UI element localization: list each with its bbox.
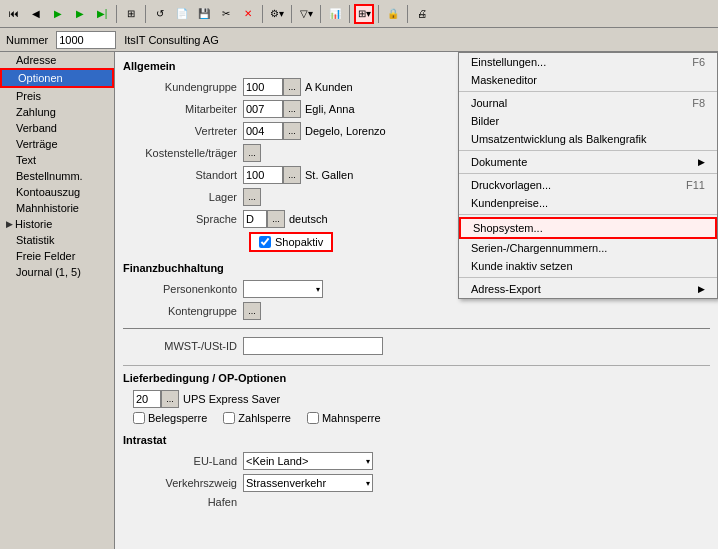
menu-sep2 — [459, 150, 717, 151]
menu-druckvorlagen-label: Druckvorlagen... — [471, 179, 551, 191]
sidebar-item-zahlung[interactable]: Zahlung — [0, 104, 114, 120]
menu-umsatz-label: Umsatzentwicklung als Balkengrafik — [471, 133, 646, 145]
chart-icon-btn[interactable]: 📊 — [325, 4, 345, 24]
refresh-btn[interactable]: ↺ — [150, 4, 170, 24]
sidebar-item-optionen[interactable]: Optionen — [0, 68, 114, 88]
kostenstelle-dots-btn[interactable]: ... — [243, 144, 261, 162]
new-btn[interactable]: 📄 — [172, 4, 192, 24]
zahlsperre-checkbox[interactable] — [223, 412, 235, 424]
sidebar-item-verband[interactable]: Verband — [0, 120, 114, 136]
delete-btn[interactable]: ✕ — [238, 4, 258, 24]
sidebar-item-kontoauszug[interactable]: Kontoauszug — [0, 184, 114, 200]
lock-btn[interactable]: 🔒 — [383, 4, 403, 24]
toolbar: ⏮ ◀ ▶ ▶ ▶| ⊞ ↺ 📄 💾 ✂ ✕ ⚙▾ ▽▾ 📊 ⊞▾ 🔒 🖨 — [0, 0, 718, 28]
nav-play-btn[interactable]: ▶| — [92, 4, 112, 24]
menu-druckvorlagen[interactable]: Druckvorlagen... F11 — [459, 176, 717, 194]
nav-forward-btn[interactable]: ▶ — [48, 4, 68, 24]
belegsperre-text: Belegsperre — [148, 412, 207, 424]
eu-land-dropdown[interactable]: <Kein Land> ▾ — [243, 452, 373, 470]
mwst-input[interactable] — [243, 337, 383, 355]
sidebar-item-historie[interactable]: ▶ Historie — [0, 216, 114, 232]
sidebar-item-adresse[interactable]: Adresse — [0, 52, 114, 68]
menu-journal[interactable]: Journal F8 — [459, 94, 717, 112]
tools-btn[interactable]: ⚙▾ — [267, 4, 287, 24]
sprache-dots-btn[interactable]: ... — [267, 210, 285, 228]
lieferbedingung-title: Lieferbedingung / OP-Optionen — [123, 372, 710, 384]
vertreter-input[interactable] — [243, 122, 283, 140]
standort-label: Standort — [123, 169, 243, 181]
hafen-label: Hafen — [123, 496, 243, 508]
menu-sep4 — [459, 214, 717, 215]
eu-land-arrow-icon: ▾ — [366, 457, 370, 466]
sidebar-item-bestellnummern[interactable]: Bestellnumm. — [0, 168, 114, 184]
menu-kunde-inaktiv[interactable]: Kunde inaktiv setzen — [459, 257, 717, 275]
vertreter-dots-btn[interactable]: ... — [283, 122, 301, 140]
nav-start-btn[interactable]: ⏮ — [4, 4, 24, 24]
main-area: Adresse Optionen Preis Zahlung Verband V… — [0, 52, 718, 549]
nummer-input[interactable] — [56, 31, 116, 49]
checks-row: Belegsperre Zahlsperre Mahnsperre — [133, 412, 710, 424]
lieferbedingung-code-input[interactable] — [133, 390, 161, 408]
sidebar-item-vertraege[interactable]: Verträge — [0, 136, 114, 152]
lieferbedingung-dots-btn[interactable]: ... — [161, 390, 179, 408]
kundengruppe-dots-btn[interactable]: ... — [283, 78, 301, 96]
nav-end-btn[interactable]: ▶ — [70, 4, 90, 24]
sep8 — [407, 5, 408, 23]
belegsperre-checkbox[interactable] — [133, 412, 145, 424]
kontengruppe-label: Kontengruppe — [123, 305, 243, 317]
eu-land-label: EU-Land — [123, 455, 243, 467]
sidebar-item-journal[interactable]: Journal (1, 5) — [0, 264, 114, 280]
kontengruppe-dots-btn[interactable]: ... — [243, 302, 261, 320]
eu-land-value: <Kein Land> — [246, 455, 308, 467]
shopaktiv-checkbox[interactable] — [259, 236, 271, 248]
verkehrszweig-dropdown[interactable]: Strassenverkehr ▾ — [243, 474, 373, 492]
menu-maskeneditor[interactable]: Maskeneditor — [459, 71, 717, 89]
mwst-label: MWST-/USt-ID — [123, 340, 243, 352]
sidebar-item-mahnhistorie[interactable]: Mahnhistorie — [0, 200, 114, 216]
sep7 — [378, 5, 379, 23]
menu-dokumente[interactable]: Dokumente ▶ — [459, 153, 717, 171]
lager-dots-btn[interactable]: ... — [243, 188, 261, 206]
menu-bilder-label: Bilder — [471, 115, 499, 127]
standort-dots-btn[interactable]: ... — [283, 166, 301, 184]
menu-kundenpreise[interactable]: Kundenpreise... — [459, 194, 717, 212]
cut-btn[interactable]: ✂ — [216, 4, 236, 24]
sidebar-item-preis[interactable]: Preis — [0, 88, 114, 104]
sprache-input[interactable] — [243, 210, 267, 228]
menu-bilder[interactable]: Bilder — [459, 112, 717, 130]
active-menu-btn[interactable]: ⊞▾ — [354, 4, 374, 24]
personenkonto-label: Personenkonto — [123, 283, 243, 295]
personenkonto-dropdown[interactable]: ▾ — [243, 280, 323, 298]
sidebar: Adresse Optionen Preis Zahlung Verband V… — [0, 52, 115, 549]
sep2 — [145, 5, 146, 23]
kundengruppe-input[interactable] — [243, 78, 283, 96]
mahnsperre-label: Mahnsperre — [307, 412, 381, 424]
menu-druckvorlagen-shortcut: F11 — [686, 179, 705, 191]
sidebar-item-statistik[interactable]: Statistik — [0, 232, 114, 248]
sidebar-item-text[interactable]: Text — [0, 152, 114, 168]
nav-back-btn[interactable]: ◀ — [26, 4, 46, 24]
menu-adress-export[interactable]: Adress-Export ▶ — [459, 280, 717, 298]
print-btn[interactable]: 🖨 — [412, 4, 432, 24]
sidebar-item-historie-label: Historie — [15, 218, 52, 230]
menu-shopsystem[interactable]: Shopsystem... — [459, 217, 717, 239]
mitarbeiter-dots-btn[interactable]: ... — [283, 100, 301, 118]
menu-umsatz[interactable]: Umsatzentwicklung als Balkengrafik — [459, 130, 717, 148]
mitarbeiter-input[interactable] — [243, 100, 283, 118]
menu-serien[interactable]: Serien-/Chargennummern... — [459, 239, 717, 257]
filter-btn[interactable]: ▽▾ — [296, 4, 316, 24]
menu-einstellungen[interactable]: Einstellungen... F6 — [459, 53, 717, 71]
sep6 — [349, 5, 350, 23]
save-btn[interactable]: 💾 — [194, 4, 214, 24]
zahlsperre-label: Zahlsperre — [223, 412, 291, 424]
mahnsperre-checkbox[interactable] — [307, 412, 319, 424]
lieferbedingung-row: ... UPS Express Saver — [123, 390, 710, 408]
menu-maskeneditor-label: Maskeneditor — [471, 74, 537, 86]
kontengruppe-row: Kontengruppe ... — [123, 302, 710, 320]
grid-btn[interactable]: ⊞ — [121, 4, 141, 24]
separator1 — [123, 328, 710, 329]
standort-input[interactable] — [243, 166, 283, 184]
sidebar-item-freie-felder[interactable]: Freie Felder — [0, 248, 114, 264]
menu-sep1 — [459, 91, 717, 92]
mwst-row: MWST-/USt-ID — [123, 337, 710, 355]
